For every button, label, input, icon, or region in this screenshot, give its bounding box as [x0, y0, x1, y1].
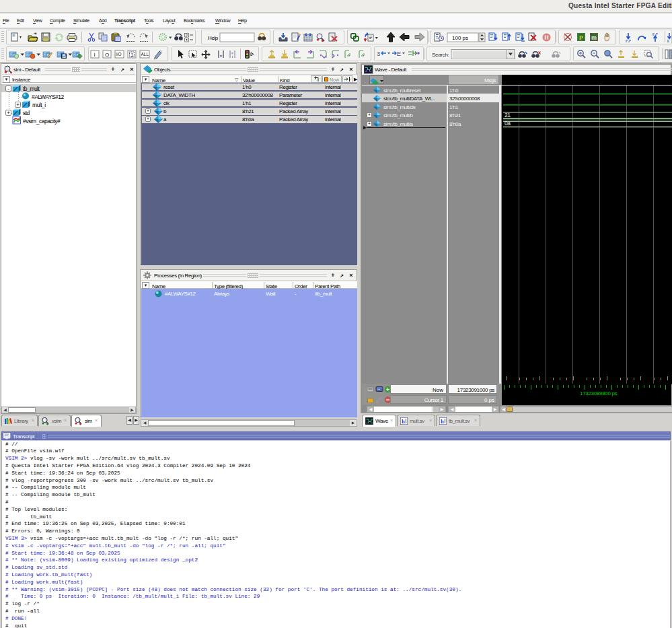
svg-text:17323089800 ps: 17323089800 ps — [580, 390, 618, 396]
svg-text:21: 21 — [505, 112, 511, 118]
svg-text:h: h — [441, 418, 444, 425]
svg-text:0a: 0a — [505, 120, 511, 127]
svg-text:h: h — [402, 418, 405, 425]
